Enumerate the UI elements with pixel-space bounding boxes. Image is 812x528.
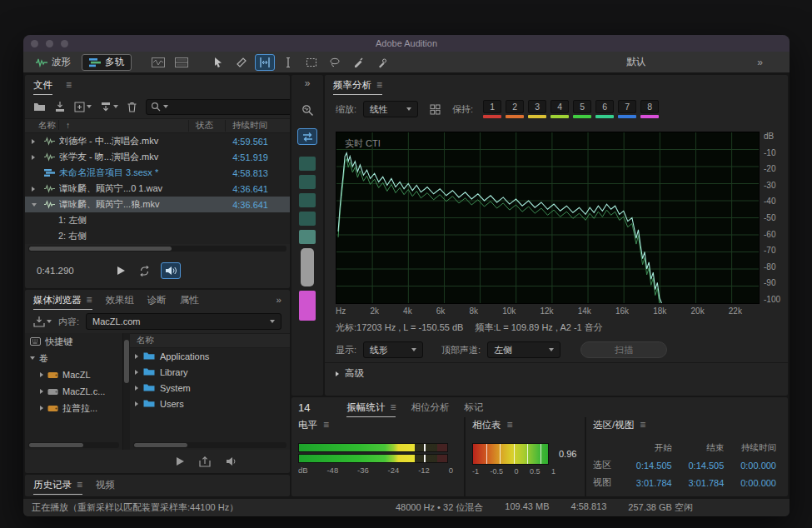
- channel-row[interactable]: 2: 右侧: [25, 228, 290, 244]
- editor-layout-2-button[interactable]: [172, 54, 192, 71]
- history-panel-menu-icon[interactable]: ≡: [77, 479, 82, 491]
- tree-horizontal-scrollbar[interactable]: [28, 442, 119, 448]
- media-folder-row[interactable]: Users: [130, 396, 290, 411]
- view-end-value[interactable]: 3:01.784: [677, 478, 730, 488]
- new-item-button[interactable]: [74, 102, 92, 112]
- scrollbar-thumb[interactable]: [124, 340, 129, 383]
- column-header-name[interactable]: 名称 ↑: [25, 120, 188, 132]
- transfer-mode-button[interactable]: [297, 128, 317, 145]
- media-vertical-scrollbar[interactable]: [123, 333, 130, 450]
- multitrack-view-button[interactable]: 多轨: [82, 54, 132, 71]
- file-row-session[interactable]: 未命名混音项目 3.sesx *4:58.813: [25, 165, 290, 181]
- freq-panel-menu-icon[interactable]: ≡: [376, 79, 382, 91]
- media-folder-row[interactable]: System: [130, 380, 290, 396]
- auto-play-toggle[interactable]: [161, 262, 181, 279]
- tab-files[interactable]: 文件: [33, 79, 52, 92]
- spectrum-plot[interactable]: 实时 CTI: [336, 132, 760, 304]
- import-file-button[interactable]: [54, 102, 66, 112]
- hold-button-3[interactable]: 3: [528, 100, 546, 113]
- hold-button-8[interactable]: 8: [640, 100, 659, 113]
- marquee-tool-button[interactable]: [301, 54, 321, 71]
- delete-file-button[interactable]: [127, 102, 137, 112]
- advanced-section-toggle[interactable]: 高级: [325, 362, 788, 384]
- tab-effects-rack[interactable]: 效果组: [106, 294, 135, 306]
- tab-phase-analysis[interactable]: 相位分析: [411, 401, 449, 414]
- open-file-button[interactable]: [33, 102, 46, 112]
- tree-item-drive[interactable]: MacZL.c...: [25, 383, 122, 400]
- tab-frequency-analysis[interactable]: 频率分析≡: [333, 79, 382, 92]
- level-menu-icon[interactable]: ≡: [323, 419, 329, 431]
- disclosure-icon[interactable]: [40, 389, 43, 394]
- file-row[interactable]: 张学友 - 吻...演唱会.mkv4:51.919: [25, 149, 290, 165]
- file-row-selected[interactable]: 谭咏麟、顾芮宁...狼.mkv4:36.641: [25, 197, 290, 212]
- razor-tool-button[interactable]: [232, 54, 252, 71]
- scrollbar-thumb[interactable]: [29, 247, 172, 251]
- preview-play-button[interactable]: [117, 266, 125, 275]
- disclosure-icon[interactable]: [40, 372, 43, 377]
- disclosure-icon[interactable]: [135, 354, 138, 359]
- toolbar-overflow-chevron[interactable]: »: [757, 57, 763, 68]
- disclosure-icon[interactable]: [40, 406, 43, 411]
- disclosure-icon[interactable]: [135, 386, 138, 391]
- file-row[interactable]: 刘德华 - 中...演唱会.mkv4:59.561: [25, 133, 290, 149]
- top-channel-dropdown[interactable]: 左侧: [487, 341, 560, 358]
- phase-meter[interactable]: [472, 443, 549, 465]
- waveform-view-button[interactable]: 波形: [28, 54, 78, 71]
- spot-healing-tool-button[interactable]: [371, 54, 391, 71]
- disclosure-icon[interactable]: [32, 139, 35, 144]
- file-row[interactable]: 谭咏麟、顾芮宁...0 1.wav4:36.641: [25, 181, 290, 197]
- editor-layout-1-button[interactable]: [148, 54, 168, 71]
- disclosure-icon[interactable]: [32, 187, 35, 192]
- loop-playback-button[interactable]: [138, 266, 151, 276]
- level-meter-right[interactable]: [298, 454, 448, 463]
- disclosure-expanded-icon[interactable]: [32, 203, 37, 207]
- tree-item-shortcuts[interactable]: 快捷键: [25, 333, 122, 350]
- scrollbar-thumb[interactable]: [29, 443, 83, 447]
- panel-overflow-chevron[interactable]: »: [276, 295, 281, 305]
- media-export-button[interactable]: [199, 456, 211, 467]
- column-header-status[interactable]: 状态: [188, 120, 225, 132]
- hold-button-6[interactable]: 6: [595, 100, 614, 113]
- phase-menu-icon[interactable]: ≡: [507, 419, 513, 431]
- tab-properties[interactable]: 属性: [180, 294, 199, 306]
- view-duration-value[interactable]: 0:00.000: [729, 478, 781, 488]
- disclosure-icon[interactable]: [135, 370, 138, 375]
- disclosure-icon[interactable]: [32, 155, 35, 160]
- media-folder-row[interactable]: Library: [130, 364, 290, 380]
- media-play-button[interactable]: [177, 457, 184, 466]
- tree-item-drive[interactable]: MacZL: [25, 366, 122, 383]
- scrollbar-thumb[interactable]: [134, 443, 187, 447]
- tree-item-volumes[interactable]: 卷: [25, 350, 122, 366]
- selection-menu-icon[interactable]: ≡: [640, 419, 645, 431]
- hold-button-1[interactable]: 1: [483, 100, 501, 113]
- zoom-tool-button[interactable]: [297, 102, 317, 118]
- view-start-value[interactable]: 3:01.784: [625, 478, 677, 488]
- tab-markers[interactable]: 标记: [464, 401, 483, 414]
- tab-diagnostics[interactable]: 诊断: [147, 294, 167, 306]
- selection-start-value[interactable]: 0:14.505: [625, 461, 677, 471]
- strip-collapse-chevron[interactable]: »: [305, 75, 311, 92]
- scan-button[interactable]: 扫描: [580, 341, 667, 358]
- hold-button-2[interactable]: 2: [506, 100, 524, 113]
- tab-media-browser[interactable]: 媒体浏览器≡: [33, 294, 92, 306]
- channel-row[interactable]: 1: 左侧: [25, 212, 290, 228]
- selection-duration-value[interactable]: 0:00.000: [729, 461, 781, 471]
- level-meter-left[interactable]: [298, 443, 448, 452]
- lasso-tool-button[interactable]: [325, 54, 345, 71]
- grid-toggle-button[interactable]: [430, 104, 441, 115]
- text-tool-button[interactable]: [278, 54, 298, 71]
- display-mode-dropdown[interactable]: 线形: [363, 341, 423, 358]
- media-import-button[interactable]: [33, 316, 52, 327]
- workspace-selector[interactable]: 默认: [626, 56, 645, 68]
- files-panel-menu-icon[interactable]: ≡: [66, 79, 72, 91]
- media-horizontal-scrollbar[interactable]: [133, 442, 286, 448]
- media-folder-row[interactable]: Applications: [130, 348, 290, 364]
- level-meters[interactable]: [298, 443, 448, 463]
- search-options-chevron[interactable]: [163, 105, 168, 108]
- disclosure-icon[interactable]: [135, 401, 138, 406]
- files-horizontal-scrollbar[interactable]: [28, 246, 286, 252]
- move-tool-button[interactable]: [208, 54, 228, 71]
- stats-panel-menu-icon[interactable]: ≡: [390, 401, 396, 413]
- brush-tool-button[interactable]: [348, 54, 368, 71]
- file-search-box[interactable]: [146, 99, 290, 115]
